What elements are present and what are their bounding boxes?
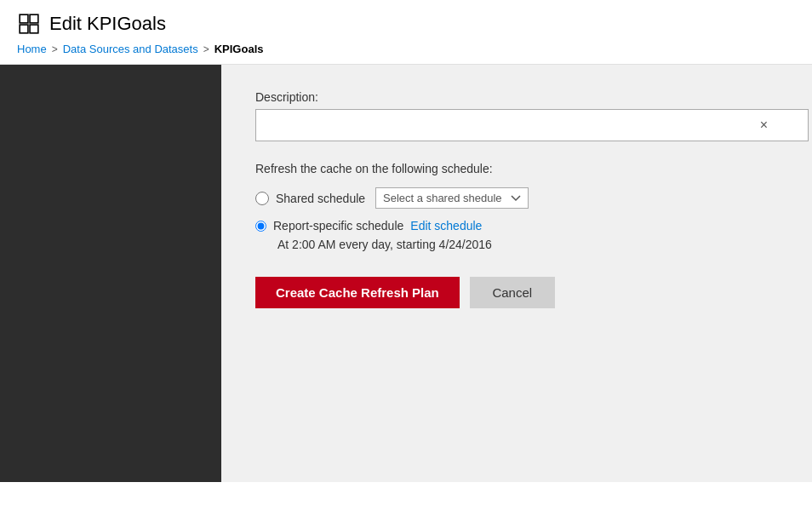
cancel-button[interactable]: Cancel: [470, 277, 555, 308]
content-area: Description: × Refresh the cache on the …: [221, 65, 812, 482]
form-section: Description: × Refresh the cache on the …: [255, 90, 778, 308]
shared-schedule-label[interactable]: Shared schedule: [276, 192, 365, 205]
breadcrumb-home-link[interactable]: Home: [17, 43, 47, 55]
breadcrumb-separator-1: >: [52, 43, 58, 55]
breadcrumb-datasources-link[interactable]: Data Sources and Datasets: [63, 43, 198, 55]
schedule-heading: Refresh the cache on the following sched…: [255, 162, 778, 175]
svg-rect-3: [30, 25, 38, 33]
description-input[interactable]: [255, 109, 809, 141]
schedule-detail: At 2:00 AM every day, starting 4/24/2016: [277, 238, 778, 251]
report-specific-radio[interactable]: [255, 221, 266, 232]
sidebar: [0, 65, 221, 482]
button-row: Create Cache Refresh Plan Cancel: [255, 277, 778, 308]
breadcrumb-separator-2: >: [203, 43, 209, 55]
breadcrumb: Home > Data Sources and Datasets > KPIGo…: [17, 43, 795, 55]
breadcrumb-current: KPIGoals: [214, 43, 264, 55]
clear-button[interactable]: ×: [757, 117, 771, 134]
main-layout: Description: × Refresh the cache on the …: [0, 65, 812, 482]
description-wrapper: ×: [255, 109, 778, 141]
edit-schedule-link[interactable]: Edit schedule: [410, 219, 482, 233]
shared-schedule-select[interactable]: Select a shared shedule: [375, 187, 529, 209]
report-specific-label[interactable]: Report-specific schedule: [273, 219, 403, 233]
shared-schedule-radio[interactable]: [255, 192, 269, 205]
create-cache-refresh-button[interactable]: Create Cache Refresh Plan: [255, 277, 460, 308]
svg-rect-1: [30, 14, 38, 23]
page-title-row: Edit KPIGoals: [17, 12, 795, 36]
svg-rect-2: [20, 25, 28, 33]
description-label: Description:: [255, 90, 778, 104]
grid-icon: [17, 12, 41, 36]
page-header: Edit KPIGoals Home > Data Sources and Da…: [0, 0, 812, 65]
svg-rect-0: [20, 14, 28, 23]
schedule-section: Refresh the cache on the following sched…: [255, 162, 778, 251]
report-specific-option: Report-specific schedule Edit schedule: [255, 219, 778, 233]
page-title: Edit KPIGoals: [49, 13, 166, 35]
shared-schedule-option: Shared schedule Select a shared shedule: [255, 187, 778, 209]
